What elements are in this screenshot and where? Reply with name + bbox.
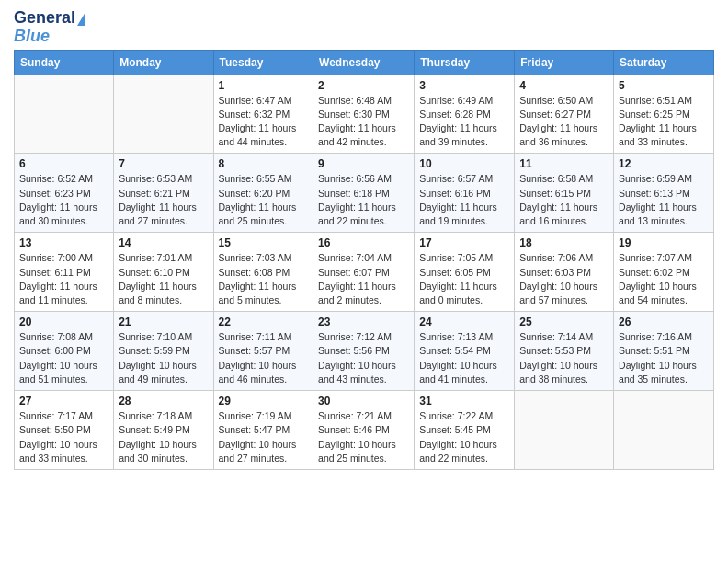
day-number: 17 <box>419 236 509 249</box>
week-row-1: 1Sunrise: 6:47 AM Sunset: 6:32 PM Daylig… <box>15 75 714 154</box>
calendar-cell: 26Sunrise: 7:16 AM Sunset: 5:51 PM Dayli… <box>614 312 714 391</box>
day-number: 31 <box>419 395 509 408</box>
calendar-cell: 6Sunrise: 6:52 AM Sunset: 6:23 PM Daylig… <box>15 154 114 233</box>
calendar-cell: 24Sunrise: 7:13 AM Sunset: 5:54 PM Dayli… <box>415 312 515 391</box>
calendar-cell <box>15 75 114 154</box>
calendar-cell <box>114 75 213 154</box>
day-detail: Sunrise: 7:06 AM Sunset: 6:03 PM Dayligh… <box>519 251 609 307</box>
calendar-cell: 7Sunrise: 6:53 AM Sunset: 6:21 PM Daylig… <box>114 154 213 233</box>
day-detail: Sunrise: 7:22 AM Sunset: 5:45 PM Dayligh… <box>419 409 509 465</box>
day-detail: Sunrise: 6:57 AM Sunset: 6:16 PM Dayligh… <box>419 172 509 228</box>
day-number: 19 <box>619 236 709 249</box>
day-detail: Sunrise: 7:17 AM Sunset: 5:50 PM Dayligh… <box>19 409 108 465</box>
day-detail: Sunrise: 7:13 AM Sunset: 5:54 PM Dayligh… <box>419 330 509 386</box>
weekday-header-wednesday: Wednesday <box>313 50 415 75</box>
weekday-header-friday: Friday <box>515 50 614 75</box>
calendar-cell: 29Sunrise: 7:19 AM Sunset: 5:47 PM Dayli… <box>213 391 313 470</box>
header: General Blue <box>14 9 714 46</box>
day-number: 9 <box>318 157 409 170</box>
day-detail: Sunrise: 6:52 AM Sunset: 6:23 PM Dayligh… <box>19 172 108 228</box>
calendar-cell: 1Sunrise: 6:47 AM Sunset: 6:32 PM Daylig… <box>213 75 313 154</box>
day-detail: Sunrise: 7:00 AM Sunset: 6:11 PM Dayligh… <box>19 251 108 307</box>
calendar-cell: 18Sunrise: 7:06 AM Sunset: 6:03 PM Dayli… <box>515 233 614 312</box>
day-number: 5 <box>619 79 709 92</box>
weekday-header-saturday: Saturday <box>614 50 714 75</box>
day-detail: Sunrise: 7:01 AM Sunset: 6:10 PM Dayligh… <box>119 251 208 307</box>
calendar-cell: 27Sunrise: 7:17 AM Sunset: 5:50 PM Dayli… <box>15 391 114 470</box>
day-number: 21 <box>119 316 208 328</box>
calendar-cell: 3Sunrise: 6:49 AM Sunset: 6:28 PM Daylig… <box>415 75 515 154</box>
week-row-2: 6Sunrise: 6:52 AM Sunset: 6:23 PM Daylig… <box>15 154 714 233</box>
logo-text: General <box>14 9 85 28</box>
day-number: 22 <box>219 316 309 328</box>
calendar-cell: 10Sunrise: 6:57 AM Sunset: 6:16 PM Dayli… <box>415 154 515 233</box>
calendar-cell: 4Sunrise: 6:50 AM Sunset: 6:27 PM Daylig… <box>515 75 614 154</box>
day-number: 20 <box>19 316 108 328</box>
day-number: 14 <box>119 236 208 249</box>
day-detail: Sunrise: 6:47 AM Sunset: 6:32 PM Dayligh… <box>219 94 309 150</box>
day-detail: Sunrise: 6:58 AM Sunset: 6:15 PM Dayligh… <box>519 172 609 228</box>
calendar-cell: 19Sunrise: 7:07 AM Sunset: 6:02 PM Dayli… <box>614 233 714 312</box>
calendar-cell: 25Sunrise: 7:14 AM Sunset: 5:53 PM Dayli… <box>515 312 614 391</box>
calendar-cell: 20Sunrise: 7:08 AM Sunset: 6:00 PM Dayli… <box>15 312 114 391</box>
day-number: 18 <box>519 236 609 249</box>
day-number: 16 <box>318 236 409 249</box>
week-row-3: 13Sunrise: 7:00 AM Sunset: 6:11 PM Dayli… <box>15 233 714 312</box>
day-detail: Sunrise: 6:48 AM Sunset: 6:30 PM Dayligh… <box>318 94 409 150</box>
day-number: 25 <box>519 316 609 328</box>
day-number: 6 <box>19 157 108 170</box>
weekday-header-thursday: Thursday <box>415 50 515 75</box>
calendar-cell: 14Sunrise: 7:01 AM Sunset: 6:10 PM Dayli… <box>114 233 213 312</box>
day-detail: Sunrise: 6:59 AM Sunset: 6:13 PM Dayligh… <box>619 172 709 228</box>
day-detail: Sunrise: 7:19 AM Sunset: 5:47 PM Dayligh… <box>219 409 309 465</box>
day-detail: Sunrise: 7:10 AM Sunset: 5:59 PM Dayligh… <box>119 330 208 386</box>
day-number: 4 <box>519 79 609 92</box>
calendar-cell: 11Sunrise: 6:58 AM Sunset: 6:15 PM Dayli… <box>515 154 614 233</box>
week-row-4: 20Sunrise: 7:08 AM Sunset: 6:00 PM Dayli… <box>15 312 714 391</box>
calendar-cell: 31Sunrise: 7:22 AM Sunset: 5:45 PM Dayli… <box>415 391 515 470</box>
calendar-cell: 16Sunrise: 7:04 AM Sunset: 6:07 PM Dayli… <box>313 233 415 312</box>
day-number: 2 <box>318 79 409 92</box>
day-number: 3 <box>419 79 509 92</box>
day-number: 29 <box>219 395 309 408</box>
day-detail: Sunrise: 7:05 AM Sunset: 6:05 PM Dayligh… <box>419 251 509 307</box>
week-row-5: 27Sunrise: 7:17 AM Sunset: 5:50 PM Dayli… <box>15 391 714 470</box>
day-detail: Sunrise: 7:12 AM Sunset: 5:56 PM Dayligh… <box>318 330 409 386</box>
day-detail: Sunrise: 7:18 AM Sunset: 5:49 PM Dayligh… <box>119 409 208 465</box>
day-number: 7 <box>119 157 208 170</box>
day-number: 10 <box>419 157 509 170</box>
day-number: 30 <box>318 395 409 408</box>
day-detail: Sunrise: 7:04 AM Sunset: 6:07 PM Dayligh… <box>318 251 409 307</box>
calendar-cell <box>515 391 614 470</box>
calendar-cell: 8Sunrise: 6:55 AM Sunset: 6:20 PM Daylig… <box>213 154 313 233</box>
day-detail: Sunrise: 6:49 AM Sunset: 6:28 PM Dayligh… <box>419 94 509 150</box>
day-number: 15 <box>219 236 309 249</box>
day-detail: Sunrise: 6:53 AM Sunset: 6:21 PM Dayligh… <box>119 172 208 228</box>
day-detail: Sunrise: 7:21 AM Sunset: 5:46 PM Dayligh… <box>318 409 409 465</box>
day-detail: Sunrise: 7:14 AM Sunset: 5:53 PM Dayligh… <box>519 330 609 386</box>
day-detail: Sunrise: 6:51 AM Sunset: 6:25 PM Dayligh… <box>619 94 709 150</box>
logo-triangle-icon <box>77 12 85 26</box>
day-detail: Sunrise: 7:03 AM Sunset: 6:08 PM Dayligh… <box>219 251 309 307</box>
weekday-header-tuesday: Tuesday <box>213 50 313 75</box>
calendar-cell: 17Sunrise: 7:05 AM Sunset: 6:05 PM Dayli… <box>415 233 515 312</box>
logo: General Blue <box>14 9 85 46</box>
day-number: 24 <box>419 316 509 328</box>
weekday-header-row: SundayMondayTuesdayWednesdayThursdayFrid… <box>15 50 714 75</box>
calendar-cell: 5Sunrise: 6:51 AM Sunset: 6:25 PM Daylig… <box>614 75 714 154</box>
day-number: 13 <box>19 236 108 249</box>
calendar-cell: 13Sunrise: 7:00 AM Sunset: 6:11 PM Dayli… <box>15 233 114 312</box>
day-number: 28 <box>119 395 208 408</box>
calendar-cell: 12Sunrise: 6:59 AM Sunset: 6:13 PM Dayli… <box>614 154 714 233</box>
calendar-cell: 9Sunrise: 6:56 AM Sunset: 6:18 PM Daylig… <box>313 154 415 233</box>
logo-blue-text: Blue <box>14 27 50 45</box>
calendar-cell <box>614 391 714 470</box>
day-detail: Sunrise: 7:16 AM Sunset: 5:51 PM Dayligh… <box>619 330 709 386</box>
calendar-cell: 30Sunrise: 7:21 AM Sunset: 5:46 PM Dayli… <box>313 391 415 470</box>
calendar-cell: 15Sunrise: 7:03 AM Sunset: 6:08 PM Dayli… <box>213 233 313 312</box>
weekday-header-sunday: Sunday <box>15 50 114 75</box>
day-detail: Sunrise: 7:08 AM Sunset: 6:00 PM Dayligh… <box>19 330 108 386</box>
day-number: 23 <box>318 316 409 328</box>
day-number: 8 <box>219 157 309 170</box>
day-detail: Sunrise: 6:55 AM Sunset: 6:20 PM Dayligh… <box>219 172 309 228</box>
